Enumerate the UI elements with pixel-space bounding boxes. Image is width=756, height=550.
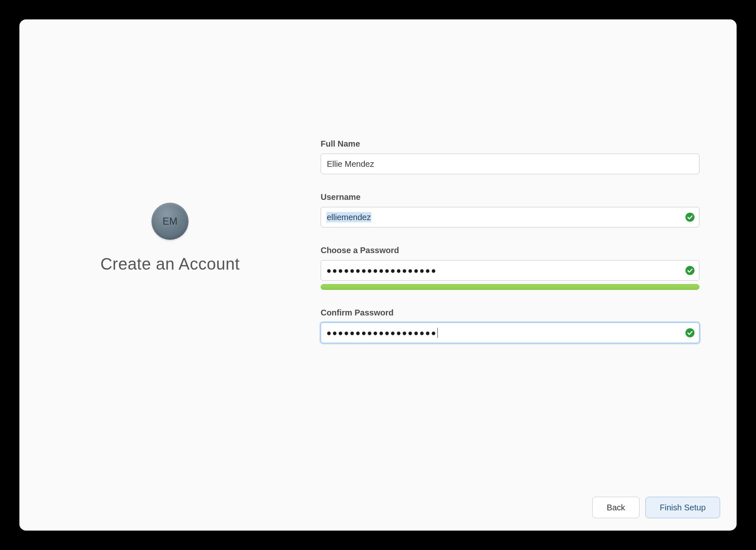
finish-setup-button[interactable]: Finish Setup xyxy=(645,497,720,518)
form-pane: Full Name Username elliemendez Choose a … xyxy=(321,19,737,531)
check-icon xyxy=(685,266,695,275)
username-field[interactable] xyxy=(321,207,699,228)
check-icon xyxy=(685,213,695,222)
svg-point-2 xyxy=(685,328,695,337)
username-wrap: elliemendez xyxy=(321,207,699,228)
full-name-label: Full Name xyxy=(321,139,699,149)
password-label: Choose a Password xyxy=(321,246,699,255)
page-title: Create an Account xyxy=(100,255,240,273)
left-pane: EM Create an Account xyxy=(19,19,321,531)
username-block: Username elliemendez xyxy=(321,192,699,228)
svg-point-1 xyxy=(685,266,695,275)
password-strength-bar xyxy=(321,284,699,290)
username-label: Username xyxy=(321,192,699,202)
avatar-initials: EM xyxy=(163,216,177,227)
avatar: EM xyxy=(151,203,189,240)
full-name-field[interactable] xyxy=(321,154,699,174)
setup-window: EM Create an Account Full Name Username … xyxy=(19,19,737,531)
back-button[interactable]: Back xyxy=(592,497,639,518)
password-wrap: ●●●●●●●●●●●●●●●●●●● xyxy=(321,260,699,281)
check-icon xyxy=(685,328,695,337)
password-block: Choose a Password ●●●●●●●●●●●●●●●●●●● xyxy=(321,246,699,290)
confirm-label: Confirm Password xyxy=(321,308,699,318)
svg-point-0 xyxy=(685,213,695,222)
footer-buttons: Back Finish Setup xyxy=(592,497,720,518)
confirm-wrap: ●●●●●●●●●●●●●●●●●●● xyxy=(321,322,699,343)
confirm-field[interactable] xyxy=(321,322,699,343)
full-name-block: Full Name xyxy=(321,139,699,174)
password-field[interactable] xyxy=(321,260,699,281)
confirm-block: Confirm Password ●●●●●●●●●●●●●●●●●●● xyxy=(321,308,699,343)
full-name-wrap xyxy=(321,154,699,174)
